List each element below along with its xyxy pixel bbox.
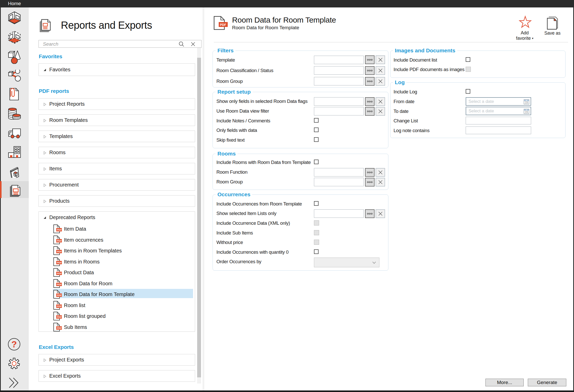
svg-text:15: 15 — [525, 110, 528, 113]
svg-text:PDF: PDF — [57, 316, 62, 318]
svg-text:PDF: PDF — [57, 327, 62, 329]
svg-text:PDF: PDF — [57, 283, 62, 286]
svg-text:PDF: PDF — [57, 250, 62, 253]
svg-text:PDF: PDF — [57, 239, 62, 242]
svg-text:PDF: PDF — [57, 228, 62, 231]
svg-text:PDF: PDF — [220, 23, 226, 27]
svg-text:PDF: PDF — [57, 305, 62, 308]
svg-text:PDF: PDF — [57, 272, 62, 275]
svg-text:PDF: PDF — [57, 261, 62, 264]
svg-text:15: 15 — [525, 101, 528, 104]
svg-text:PDF: PDF — [57, 294, 62, 297]
svg-text:?: ? — [11, 339, 17, 349]
